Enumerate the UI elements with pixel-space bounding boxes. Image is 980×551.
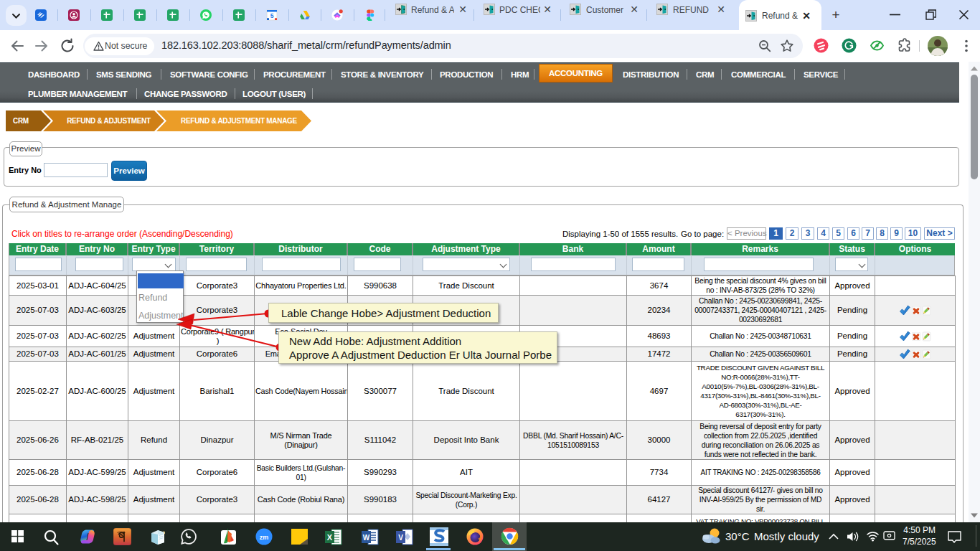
svg-text:V: V [398, 534, 403, 542]
svg-text:5: 5 [270, 12, 274, 19]
svg-text:zm: zm [260, 534, 269, 541]
svg-text:W: W [363, 534, 370, 542]
svg-text:X: X [327, 533, 333, 542]
